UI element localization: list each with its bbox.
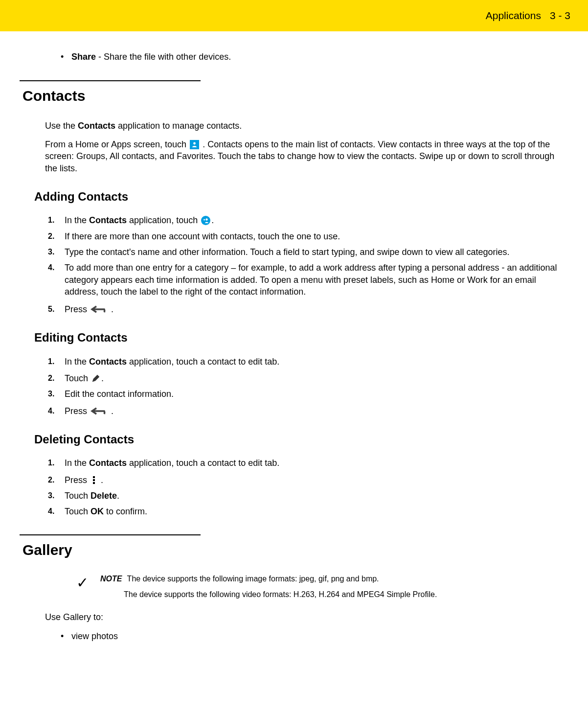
note-line-1: The device supports the following image …: [127, 575, 379, 583]
list-item: 4. To add more than one entry for a cate…: [48, 262, 565, 298]
back-icon: [90, 407, 110, 415]
list-item: 1. In the Contacts application, touch a …: [48, 356, 565, 368]
share-desc: - Share the file with other devices.: [96, 52, 231, 62]
check-icon: ✓: [76, 574, 89, 590]
gallery-bullet-1: • view photos: [23, 630, 565, 642]
editing-contacts-steps: 1. In the Contacts application, touch a …: [48, 356, 565, 417]
share-bullet: • Share - Share the file with other devi…: [23, 51, 565, 63]
contacts-intro-1: Use the Contacts application to manage c…: [45, 120, 565, 132]
adding-contacts-heading: Adding Contacts: [34, 189, 565, 205]
bullet-icon: •: [61, 51, 64, 63]
list-item: 5. Press .: [48, 303, 565, 315]
gallery-use-intro: Use Gallery to:: [45, 611, 565, 623]
adding-contacts-steps: 1. In the Contacts application, touch . …: [48, 214, 565, 315]
svg-point-1: [205, 218, 207, 220]
contacts-intro-2: From a Home or Apps screen, touch . Cont…: [45, 138, 565, 174]
editing-contacts-heading: Editing Contacts: [34, 330, 565, 345]
gallery-heading: Gallery: [23, 540, 565, 560]
note-block: ✓ NOTE The device supports the following…: [76, 574, 565, 599]
more-vertical-icon: [90, 475, 97, 485]
page-header: Applications 3 - 3: [0, 0, 588, 31]
chapter-name: Applications: [486, 10, 541, 22]
section-rule: [20, 80, 201, 81]
pencil-icon: [91, 374, 100, 383]
note-line-2: The device supports the following video …: [124, 589, 437, 600]
contacts-app-icon: [190, 140, 199, 149]
list-item: 4. Touch OK to confirm.: [48, 506, 565, 517]
deleting-contacts-heading: Deleting Contacts: [34, 432, 565, 447]
svg-point-0: [193, 142, 196, 144]
list-item: 1. In the Contacts application, touch a …: [48, 457, 565, 469]
list-item: 2. Press .: [48, 474, 565, 486]
section-rule: [20, 534, 201, 535]
list-item: 4. Press .: [48, 405, 565, 417]
add-contact-icon: [201, 216, 210, 225]
share-label: Share: [71, 52, 96, 62]
list-item: 3. Type the contact's name and other inf…: [48, 246, 565, 258]
list-item: 3. Edit the contact information.: [48, 388, 565, 400]
list-item: 2. Touch .: [48, 372, 565, 384]
contacts-heading: Contacts: [23, 86, 565, 106]
deleting-contacts-steps: 1. In the Contacts application, touch a …: [48, 457, 565, 517]
gallery-bullet-text: view photos: [71, 630, 118, 642]
list-item: 2. If there are more than one account wi…: [48, 230, 565, 242]
note-label: NOTE: [100, 575, 122, 583]
page-number: 3 - 3: [550, 10, 570, 22]
list-item: 1. In the Contacts application, touch .: [48, 214, 565, 226]
bullet-icon: •: [61, 630, 64, 642]
back-icon: [90, 305, 110, 314]
list-item: 3. Touch Delete.: [48, 490, 565, 502]
